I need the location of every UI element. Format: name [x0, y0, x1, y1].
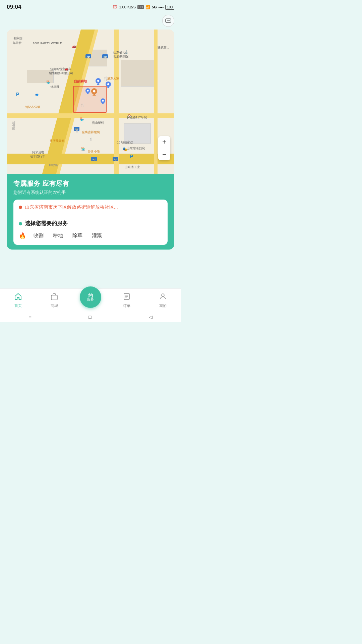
map-background: 我的耕地 邻家国 年旅社 1001 PARTY WORLD 山东省化工 地质勘察… [7, 30, 174, 174]
service-subtitle: 您附近有系统认证的农机手 [13, 190, 168, 196]
map-pin-blue-4 [101, 98, 105, 106]
building-block-2 [121, 60, 154, 87]
service-select-row: 选择您需要的服务 [19, 220, 162, 227]
flame-icon: 🔥 [19, 232, 26, 239]
zoom-in-button[interactable]: + [158, 136, 170, 148]
nav-shop[interactable]: 商城 [36, 293, 72, 308]
bus-icon-4: 🚌 [91, 157, 97, 161]
map-wrapper: 我的耕地 邻家国 年旅社 1001 PARTY WORLD 山东省化工 地质勘察… [0, 30, 181, 250]
sys-menu-button[interactable]: ≡ [28, 314, 31, 320]
map-label-jiaodong: 胶东人家 [107, 76, 119, 81]
network-speed: 1.00 KB/S [119, 5, 136, 9]
nav-home-label: 首页 [14, 303, 22, 308]
map-pin-blue-3 [85, 88, 90, 96]
svg-point-25 [162, 294, 164, 297]
svg-point-8 [107, 83, 109, 85]
wifi-icon: 📶 [145, 5, 150, 9]
map-label-liu: 刘记布袋馍 [25, 105, 40, 109]
orders-nav-icon [123, 293, 130, 302]
status-time: 09:04 [7, 4, 21, 10]
parking-sign-2: P [130, 154, 133, 159]
map-label-jianzhu: 建筑新... [158, 46, 169, 50]
map-pin-blue-1 [96, 78, 101, 86]
svg-point-17 [93, 90, 96, 93]
map-label-jiefanglu: 解放路 [49, 163, 58, 167]
service-option-irrigation[interactable]: 灌溉 [90, 231, 104, 240]
sys-home-button[interactable]: □ [88, 314, 91, 320]
status-bar: 09:04 ⏰ 1.00 KB/S HD 📶 5G ▪▪▪▪ 100 [0, 0, 181, 13]
zoom-controls[interactable]: + − [158, 136, 170, 160]
location-row[interactable]: 山东省济南市历下区解放路街道解放桥社区... [19, 204, 162, 215]
service-panel: 专属服务 应有尽有 您附近有系统认证的农机手 山东省济南市历下区解放路街道解放桥… [7, 174, 174, 250]
road-horizontal-mid [7, 113, 174, 118]
service-options: 🔥 收割 耕地 除草 灌溉 [19, 231, 162, 240]
map-area[interactable]: 我的耕地 邻家国 年旅社 1001 PARTY WORLD 山东省化工 地质勘察… [7, 30, 174, 174]
map-label-0: 邻家国 [13, 36, 22, 41]
svg-point-5 [97, 80, 99, 82]
restaurant-icon-2: 🍴 [80, 103, 84, 107]
map-label-shunjie: ◯ 顺洁家政 [117, 140, 133, 145]
svg-point-1 [167, 20, 168, 21]
map-label-chemical2: 地质勘察院 [113, 54, 128, 59]
car-icon-map: 🚗 [72, 44, 76, 48]
restaurant-icon-1: 🍴 [103, 76, 108, 81]
nav-mine[interactable]: 我的 [145, 293, 181, 308]
map-label-juju: 山东省话剧院 [127, 146, 145, 151]
home-icon: 🏠 [127, 114, 131, 118]
svg-point-14 [102, 100, 104, 102]
road-vertical-2 [154, 30, 158, 174]
battery-icon: 100 [165, 5, 174, 10]
people-icon: 👥 [35, 93, 39, 96]
map-label-1: 年旅社 [13, 41, 22, 45]
lab-icon: 🔬 [124, 50, 128, 54]
art-icon: 🎭 [122, 147, 127, 152]
fab-book-service[interactable]: 约 服务 [80, 286, 101, 308]
shop-nav-icon [51, 293, 58, 302]
fab-main-text: 约 [88, 293, 93, 298]
restaurant-icon-3: 🍴 [75, 129, 79, 132]
service-option-plowing[interactable]: 耕地 [51, 231, 65, 240]
location-text: 山东省济南市历下区解放路街道解放桥社区... [25, 204, 118, 210]
store-icon-2: 🏪 [46, 80, 50, 84]
map-label-lishan: 历山路 [12, 121, 16, 130]
alarm-icon: ⏰ [113, 5, 117, 9]
nav-orders[interactable]: 订单 [109, 293, 145, 308]
nav-shop-label: 商城 [51, 303, 58, 308]
store-icon: 🏪 [80, 117, 84, 121]
map-label-car2: 销售服务有限公司 [49, 71, 73, 75]
car-icon-map-2: 🚗 [64, 67, 68, 71]
map-label-yanshan: 燕山塑料 [92, 121, 104, 125]
map-label-shaxian: 沙县小吃 [88, 150, 100, 154]
map-label-shoes: 外单鞋 [50, 85, 59, 89]
hd-badge: HD [137, 5, 144, 9]
nav-home[interactable]: 首页 [0, 293, 36, 308]
map-pin-orange [91, 88, 97, 97]
map-label-chongqing: 重庆美蛙鱼 [50, 139, 65, 143]
service-title: 专属服务 应有尽有 [13, 179, 168, 188]
bus-icon-2: 🚌 [85, 54, 91, 58]
sys-back-button[interactable]: ◁ [149, 314, 153, 320]
zoom-out-button[interactable]: − [158, 148, 170, 160]
fab-sub-text: 服务 [87, 298, 94, 301]
parking-sign-1: P [16, 92, 19, 97]
map-label-hundun: 皇尚吉祥馄饨 [82, 130, 100, 135]
service-select-text: 选择您需要的服务 [25, 220, 68, 227]
service-option-weeding[interactable]: 除草 [70, 231, 84, 240]
svg-point-11 [87, 90, 88, 92]
svg-rect-20 [51, 295, 57, 300]
location-dot-orange [19, 206, 22, 209]
store-icon-3: 🏪 [81, 147, 85, 151]
map-label-amini2: 动车自行车 [30, 154, 45, 159]
service-dot-green [19, 222, 22, 225]
map-label-party: 1001 PARTY WORLD [33, 42, 62, 45]
map-label-gongye: 山东省工业... [125, 165, 142, 169]
home-nav-icon [14, 293, 22, 302]
chat-button[interactable] [162, 15, 174, 27]
svg-point-3 [169, 20, 170, 21]
svg-point-2 [168, 20, 169, 21]
service-option-harvest[interactable]: 收割 [32, 231, 46, 240]
location-card: 山东省济南市历下区解放路街道解放桥社区... 选择您需要的服务 🔥 收割 耕地 … [13, 200, 168, 245]
restaurant-icon-4: 🍴 [89, 138, 93, 141]
nav-orders-label: 订单 [123, 303, 130, 308]
top-bar [0, 13, 181, 30]
